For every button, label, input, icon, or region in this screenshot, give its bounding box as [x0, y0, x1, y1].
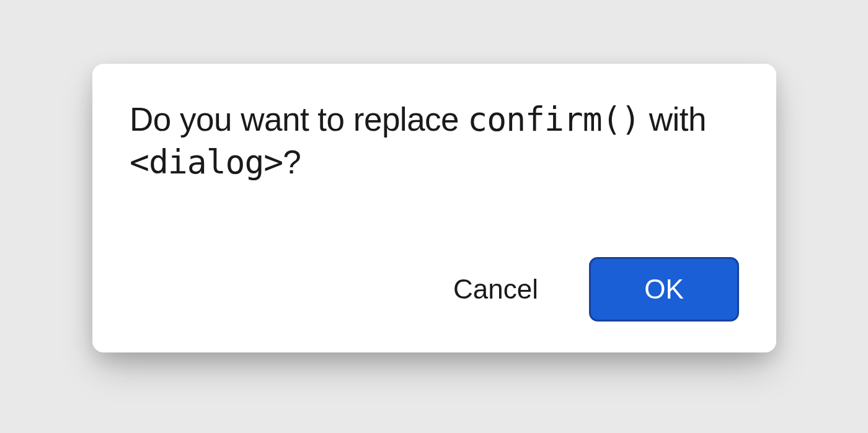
message-middle: with: [640, 101, 706, 138]
dialog-message: Do you want to replace confirm() with <d…: [130, 98, 739, 184]
message-code-dialog: <dialog>: [130, 143, 283, 181]
confirm-dialog: Do you want to replace confirm() with <d…: [92, 64, 776, 352]
ok-button[interactable]: OK: [589, 257, 739, 321]
dialog-actions: Cancel OK: [130, 257, 739, 321]
message-prefix: Do you want to replace: [130, 101, 467, 138]
message-suffix: ?: [283, 144, 301, 180]
cancel-button[interactable]: Cancel: [447, 261, 544, 317]
message-code-confirm: confirm(): [467, 100, 640, 138]
